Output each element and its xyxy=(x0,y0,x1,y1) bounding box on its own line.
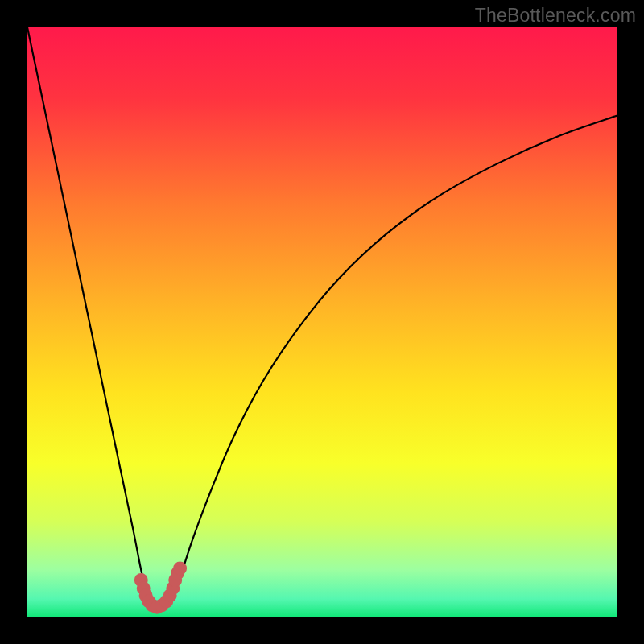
chart-plot-area xyxy=(27,27,617,617)
chart-svg xyxy=(27,27,617,617)
marker-point xyxy=(173,561,187,575)
watermark-text: TheBottleneck.com xyxy=(475,5,636,27)
outer-frame: TheBottleneck.com xyxy=(0,0,644,644)
chart-background xyxy=(27,27,617,617)
